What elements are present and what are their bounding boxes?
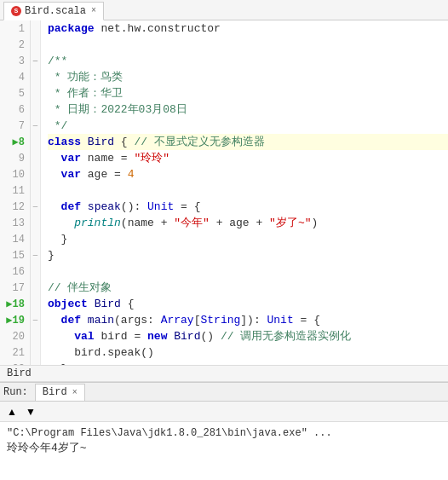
code-line-19: def main(args: Array[String]): Unit = {: [48, 312, 448, 328]
fold-18: [31, 296, 40, 312]
line-num-11: 11: [0, 182, 30, 199]
code-line-10: var age = 4: [48, 166, 448, 182]
fold-8: [31, 134, 40, 150]
line-num-18: ▶18: [0, 296, 30, 312]
scroll-down-button[interactable]: ▼: [22, 403, 39, 420]
run-tabs: Run: Bird ×: [0, 383, 448, 402]
code-line-5: * 作者：华卫: [48, 85, 448, 101]
line-num-8: ▶8: [0, 134, 30, 150]
tab-close-button[interactable]: ×: [91, 6, 96, 15]
fold-17: [31, 280, 40, 296]
fold-20: [31, 328, 40, 344]
run-label: Run:: [3, 386, 28, 398]
fold-9: [31, 150, 40, 166]
fold-11: [31, 182, 40, 199]
code-line-17: // 伴生对象: [48, 280, 448, 296]
code-line-3: /**: [48, 53, 448, 69]
code-line-2: [48, 37, 448, 53]
code-area: 1 2 3 4 5 6 7 ▶8 9 10 11 12 13 14 15 16 …: [0, 20, 448, 365]
line-num-16: 16: [0, 263, 30, 280]
code-line-8: class Bird { // 不显式定义无参构造器: [48, 134, 448, 150]
code-line-20: val bird = new Bird() // 调用无参构造器实例化: [48, 328, 448, 344]
line-num-9: 9: [0, 150, 30, 166]
line-num-21: 21: [0, 344, 30, 361]
breadcrumb-label: Bird: [7, 367, 32, 379]
code-line-9: var name = "玲玲": [48, 150, 448, 166]
code-line-21: bird.speak(): [48, 344, 448, 361]
run-tab-bird[interactable]: Bird ×: [35, 384, 85, 401]
fold-7: ─: [31, 118, 40, 134]
code-line-15: }: [48, 247, 448, 263]
breadcrumb-bar: Bird: [0, 365, 448, 382]
fold-12: ─: [31, 199, 40, 215]
fold-4: [31, 69, 40, 85]
fold-2: [31, 37, 40, 53]
code-line-12: def speak(): Unit = {: [48, 199, 448, 215]
line-num-13: 13: [0, 215, 30, 231]
code-line-11: [48, 182, 448, 199]
line-num-19: ▶19: [0, 312, 30, 328]
fold-19: ─: [31, 312, 40, 328]
run-tab-close[interactable]: ×: [72, 388, 78, 397]
code-line-14: }: [48, 231, 448, 247]
line-num-4: 4: [0, 69, 30, 85]
fold-3: ─: [31, 53, 40, 69]
editor-container: S Bird.scala × 1 2 3 4 5 6 7 ▶8 9 10 11 …: [0, 0, 448, 460]
code-line-1: package net.hw.constructor: [48, 20, 448, 37]
fold-21: [31, 344, 40, 361]
tab-label: Bird.scala: [25, 5, 86, 17]
line-num-6: 6: [0, 101, 30, 118]
line-num-3: 3: [0, 53, 30, 69]
fold-16: [31, 263, 40, 280]
bird-scala-tab[interactable]: S Bird.scala ×: [3, 2, 104, 20]
fold-10: [31, 166, 40, 182]
bottom-panel: Run: Bird × ▲ ▼ "C:\Program Files\Java\j…: [0, 382, 448, 460]
line-num-10: 10: [0, 166, 30, 182]
scala-icon: S: [11, 6, 21, 16]
code-line-18: object Bird {: [48, 296, 448, 312]
run-path-line: "C:\Program Files\Java\jdk1.8.0_281\bin\…: [7, 425, 441, 441]
run-output: "C:\Program Files\Java\jdk1.8.0_281\bin\…: [0, 422, 448, 460]
code-line-16: [48, 263, 448, 280]
line-num-7: 7: [0, 118, 30, 134]
line-num-22: 22: [0, 361, 30, 365]
scroll-up-button[interactable]: ▲: [3, 403, 20, 420]
fold-1: [31, 20, 40, 37]
code-line-4: * 功能：鸟类: [48, 69, 448, 85]
line-num-17: 17: [0, 280, 30, 296]
code-line-6: * 日期：2022年03月08日: [48, 101, 448, 118]
run-tab-label: Bird: [43, 386, 67, 398]
line-num-5: 5: [0, 85, 30, 101]
code-line-13: println(name + "今年" + age + "岁了~"): [48, 215, 448, 231]
fold-15: ─: [31, 247, 40, 263]
code-line-7: */: [48, 118, 448, 134]
fold-13: [31, 215, 40, 231]
code-content: package net.hw.constructor /** * 功能：鸟类 *…: [41, 20, 448, 365]
gutter: ─ ─ ─ ─ ─ ─: [31, 20, 41, 365]
line-num-12: 12: [0, 199, 30, 215]
line-num-15: 15: [0, 247, 30, 263]
run-toolbar: ▲ ▼: [0, 402, 448, 422]
line-num-2: 2: [0, 37, 30, 53]
fold-5: [31, 85, 40, 101]
tab-bar: S Bird.scala ×: [0, 0, 448, 20]
run-result-line: 玲玲今年4岁了~: [7, 441, 441, 456]
line-num-1: 1: [0, 20, 30, 37]
line-num-14: 14: [0, 231, 30, 247]
line-num-20: 20: [0, 328, 30, 344]
fold-14: [31, 231, 40, 247]
line-numbers: 1 2 3 4 5 6 7 ▶8 9 10 11 12 13 14 15 16 …: [0, 20, 31, 365]
fold-6: [31, 101, 40, 118]
